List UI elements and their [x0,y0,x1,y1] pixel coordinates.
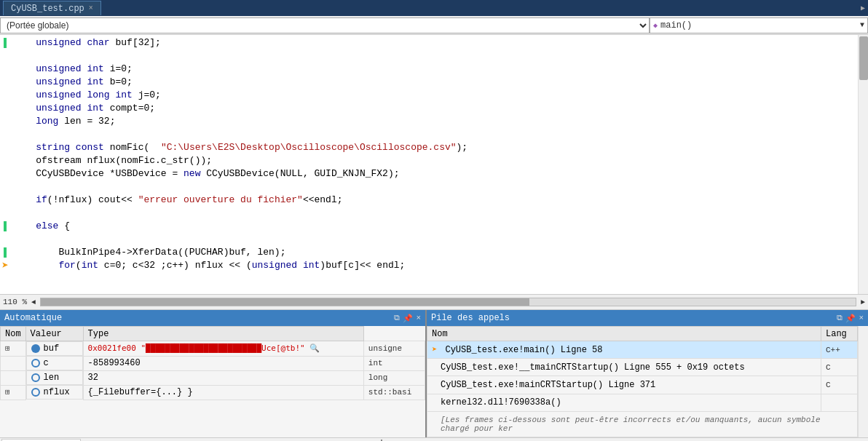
col-nom: Nom [1,327,26,341]
scope-dropdown[interactable]: (Portée globale) [0,17,650,33]
callstack-table: Nom Lang ➤ CyUSB_test.exe!main() Ligne 5… [427,326,858,437]
vertical-scrollbar[interactable] [858,35,868,294]
var-type-3: long [363,370,425,385]
code-line-15: else { [13,220,858,233]
line-ind-4 [0,76,10,89]
cs-row-4[interactable]: kernel32.dll!7690338a() [427,394,858,411]
line-ind-5 [0,89,10,102]
line-ind-11 [0,167,10,180]
cs-note: [Les frames ci-dessous sont peut-être in… [427,411,858,437]
cs-name-3: CyUSB_test.exe!mainCRTStartup() Ligne 37… [427,376,821,394]
auto-panel: Automatique ⧉ 📌 × Nom Valeur Type [0,310,427,437]
hscrollbar-thumb[interactable] [41,298,529,306]
expand-icon-4[interactable]: ⊞ [5,388,10,397]
callstack-header-controls: ⧉ 📌 × [837,314,864,323]
line-ind-2 [0,49,10,63]
auto-table: Nom Valeur Type ⊞ buf 0x0021f [0,326,425,437]
line-ind-7 [0,115,10,128]
auto-title: Automatique [4,313,62,323]
row-expand-4[interactable]: ⊞ [1,385,26,400]
cs-row-2[interactable]: CyUSB_test.exe!__tmainCRTStartup() Ligne… [427,359,858,376]
line-ind-6 [0,102,10,115]
bottom-tabs: ⚙ Automatique ⚙ Variables locales ⚙ Thre… [0,437,868,441]
code-line-13: if(!nflux) cout<< "erreur ouverture du f… [13,194,858,207]
cs-col-nom: Nom [427,327,821,341]
search-icon[interactable]: 🔍 [309,343,320,353]
code-line-9: string const nomFic( "C:\Users\E2S\Deskt… [13,141,858,154]
col-valeur: Valeur [25,327,83,341]
callstack-panel: Pile des appels ⧉ 📌 × Nom Lang ➤ [427,310,868,437]
code-line-8 [13,128,858,141]
scroll-right-button[interactable]: ► [861,298,865,306]
auto-float-icon[interactable]: ⧉ [394,314,400,323]
line-ind-9 [0,141,10,154]
table-row[interactable]: ⊞ nflux {_Filebuffer={...} } std::basi [1,385,425,400]
var-icon-2 [31,359,40,368]
code-line-16 [13,233,858,246]
cs-col-lang: Lang [821,327,858,341]
callstack-header: Pile des appels ⧉ 📌 × [427,310,868,326]
var-name-4: nflux [26,385,83,400]
cs-row-3[interactable]: CyUSB_test.exe!mainCRTStartup() Ligne 37… [427,376,858,394]
line-ind-12 [0,180,10,194]
col-type: Type [83,327,363,341]
cs-lang-2: C [821,359,858,376]
callstack-pin-icon[interactable]: 📌 [845,314,856,323]
line-ind-16 [0,233,10,246]
table-row[interactable]: c -858993460 int [1,356,425,370]
code-line-17: BulkInPipe4->XferData((PUCHAR)buf, len); [13,246,858,259]
var-value-4: {_Filebuffer={...} } [83,385,363,400]
function-label: main() [660,20,692,31]
cs-lang-4 [821,394,858,411]
table-row[interactable]: len 32 long [1,370,425,385]
line-ind-18: ➤ [0,259,10,272]
row-expand-2 [1,356,26,370]
cs-name-4: kernel32.dll!7690338a() [427,394,821,411]
scrollbar-thumb[interactable] [859,36,868,80]
var-name: buf [26,341,83,356]
code-line-7: long len = 32; [13,115,858,128]
auto-pin-icon[interactable]: 📌 [403,314,413,323]
var-type-2: int [363,356,425,370]
code-line-3: unsigned int i=0; [13,63,858,76]
expand-icon[interactable]: ⊞ [5,344,10,353]
callstack-close-icon[interactable]: × [859,314,864,323]
code-content-area[interactable]: unsigned char buf[32]; unsigned int i=0;… [10,35,858,294]
auto-header-controls: ⧉ 📌 × [394,314,421,323]
var-icon-3 [31,373,40,382]
tab-scroll-right[interactable]: ▶ [861,4,865,12]
line-ind-3 [0,63,10,76]
horizontal-scrollbar[interactable] [40,298,856,306]
code-line-12 [13,180,858,194]
callstack-table-wrap: Nom Lang ➤ CyUSB_test.exe!main() Ligne 5… [427,326,868,437]
close-tab-button[interactable]: × [89,4,93,12]
row-expand[interactable]: ⊞ [1,341,26,357]
var-icon-4 [31,388,40,397]
code-line-5: unsigned long int j=0; [13,89,858,102]
callstack-float-icon[interactable]: ⧉ [837,314,843,323]
line-ind-8 [0,128,10,141]
function-icon: ◆ [653,21,658,30]
cs-lang-3: C [821,376,858,394]
var-name-3: len [26,370,83,385]
auto-header: Automatique ⧉ 📌 × [0,310,425,326]
file-tab[interactable]: CyUSB_test.cpp × [3,1,101,15]
cs-lang-1: C++ [821,341,858,359]
cs-row-1[interactable]: ➤ CyUSB_test.exe!main() Ligne 58 C++ [427,341,858,359]
scope-bar: (Portée globale) ◆ main() ▼ [0,16,868,35]
code-line-1: unsigned char buf[32]; [13,36,858,49]
line-ind-13 [0,194,10,207]
auto-close-icon[interactable]: × [416,314,421,323]
cs-name-2: CyUSB_test.exe!__tmainCRTStartup() Ligne… [427,359,821,376]
code-line-6: unsigned int compt=0; [13,102,858,115]
bottom-toolbar: 110 % ◄ ► [0,294,868,310]
table-row[interactable]: ⊞ buf 0x0021fe00 "██████████████████████… [1,341,425,357]
function-dropdown[interactable]: ◆ main() ▼ [650,17,868,33]
debug-area: Automatique ⧉ 📌 × Nom Valeur Type [0,310,868,437]
scroll-left-button[interactable]: ◄ [31,298,36,306]
tab-label: CyUSB_test.cpp [11,4,84,14]
var-value-3: 32 [83,370,363,385]
callstack-scrollbar[interactable] [858,326,868,437]
line-indicators: ➤ [0,35,10,294]
var-type-4: std::basi [363,385,425,400]
